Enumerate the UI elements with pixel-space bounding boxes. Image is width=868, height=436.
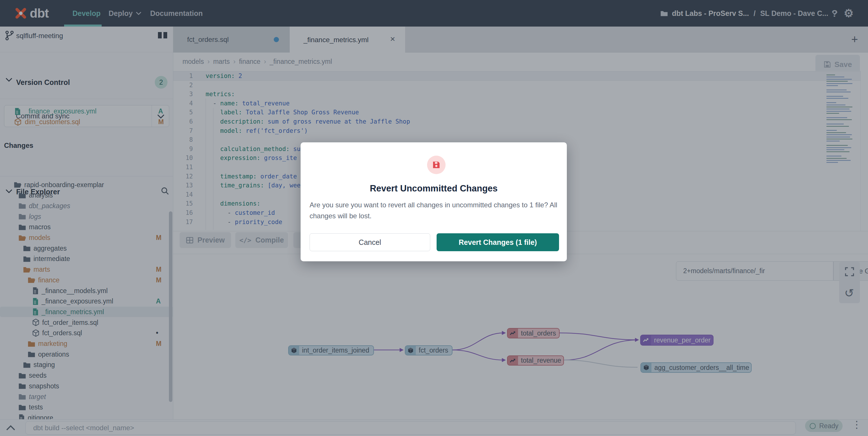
revert-changes-modal: Revert Uncommitted Changes Are you sure … <box>301 142 567 261</box>
save-alert-icon <box>427 156 445 174</box>
revert-changes-button[interactable]: Revert Changes (1 file) <box>437 233 559 251</box>
cancel-button[interactable]: Cancel <box>310 233 430 251</box>
modal-body: Are you sure you want to revert all chan… <box>310 199 560 221</box>
modal-title: Revert Uncommitted Changes <box>301 183 567 194</box>
